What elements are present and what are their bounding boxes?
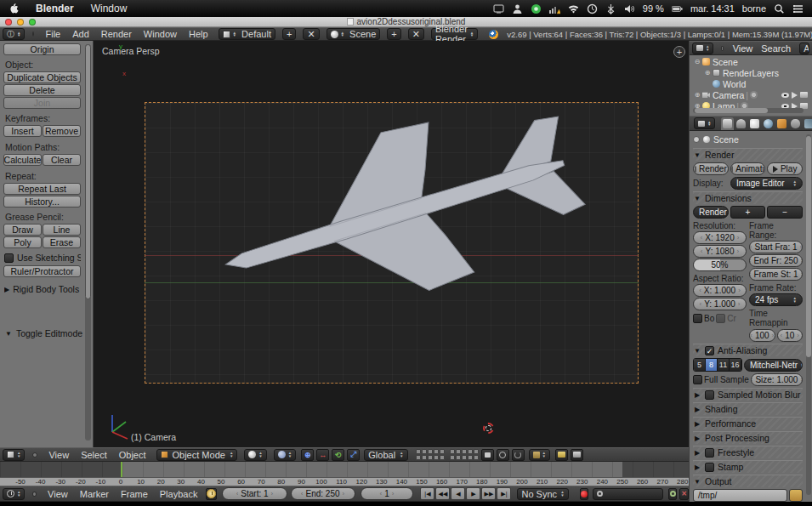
spotlight-icon[interactable] — [774, 3, 785, 14]
repeat-last-button[interactable]: Repeat Last — [3, 183, 81, 195]
insert-keyframe-button[interactable]: Insert — [3, 125, 42, 137]
window-toggle-icon[interactable] — [32, 492, 37, 497]
rigid-body-tools-panel[interactable]: Rigid Body Tools — [13, 284, 79, 294]
editor-type-info-dropdown[interactable]: ⓘ▲▼ — [3, 28, 25, 40]
menu-view[interactable]: View — [43, 450, 75, 460]
menu-view[interactable]: View — [42, 489, 74, 499]
render-engine-dropdown[interactable]: Blender Render▲▼ — [431, 28, 478, 40]
snap-element-dropdown[interactable]: ▲▼ — [529, 449, 550, 461]
viewport-shading-dropdown[interactable]: ▲▼ — [244, 449, 266, 461]
layer-cell[interactable] — [428, 455, 433, 460]
cursor-3d[interactable] — [483, 423, 494, 434]
window-toggle-icon[interactable] — [32, 31, 34, 37]
render-opengl-anim-button[interactable] — [571, 449, 583, 461]
menu-help[interactable]: Help — [183, 29, 214, 39]
aa-size-field[interactable]: ‹Size: 1.000› — [751, 373, 803, 386]
gp-poly-button[interactable]: Poly — [3, 236, 42, 248]
output-path-field[interactable]: /tmp/ — [693, 489, 787, 502]
object-tab[interactable] — [775, 117, 788, 130]
preset-add-button[interactable]: + — [730, 206, 766, 219]
panel-render[interactable]: ▼Render — [693, 148, 803, 161]
panel-stamp[interactable]: ▶✓Stamp — [693, 460, 803, 473]
layer-cell[interactable] — [434, 455, 439, 460]
visibility-toggle-icon[interactable] — [781, 93, 789, 98]
outliner-item-renderlayers[interactable]: ⊕RenderLayers — [691, 67, 810, 78]
menu-object[interactable]: Object — [113, 450, 152, 460]
border-checkbox[interactable]: ✓ — [693, 314, 702, 323]
aa-samples-16[interactable]: 16 — [730, 359, 741, 371]
bluetooth-icon[interactable] — [605, 3, 616, 14]
jump-to-start-button[interactable]: |◀ — [420, 487, 434, 500]
pin-icon[interactable] — [693, 136, 700, 143]
play-reverse-button[interactable]: ◀ — [451, 487, 465, 500]
window-titlebar[interactable]: avion2Ddessusoriginal.blend — [0, 17, 812, 27]
delete-button[interactable]: Delete — [3, 84, 81, 96]
end-frame-field[interactable]: ‹End: 250› — [291, 487, 355, 500]
expand-icon[interactable]: ⊕ — [693, 91, 701, 99]
resolution-percent-slider[interactable]: 50% — [693, 259, 747, 271]
screen-layout-dropdown[interactable]: ▲▼Default — [219, 28, 275, 40]
start-frame-field[interactable]: ‹Start Fra: 1› — [749, 241, 803, 253]
mode-dropdown[interactable]: Object Mode▲▼ — [156, 449, 238, 461]
modifiers-tab[interactable] — [803, 117, 812, 130]
jump-to-end-button[interactable]: ▶| — [497, 487, 511, 500]
panel-checkbox[interactable]: ✓ — [705, 390, 714, 400]
aspect-y-field[interactable]: ‹Y: 1.000› — [693, 298, 747, 310]
preview-range-button[interactable] — [206, 488, 217, 500]
app-badge-icon[interactable] — [531, 3, 542, 14]
prev-keyframe-button[interactable]: ◀◀ — [435, 487, 450, 500]
layer-cell[interactable] — [450, 455, 455, 460]
editor-type-outliner-dropdown[interactable]: ▲▼ — [692, 43, 713, 54]
menu-select[interactable]: Select — [75, 450, 113, 460]
lock-layers-button[interactable] — [481, 449, 494, 461]
outliner-filter-dropdown[interactable]: All Scenes — [799, 43, 809, 54]
remove-keyframe-button[interactable]: Remove — [43, 125, 81, 137]
scene-add-button[interactable]: + — [387, 28, 400, 40]
layer-cell[interactable] — [422, 455, 427, 460]
window-toggle-icon[interactable] — [32, 452, 37, 458]
expand-icon[interactable]: ⊕ — [703, 69, 712, 77]
resolution-y-field[interactable]: ‹Y: 1080› — [693, 245, 747, 258]
join-button[interactable]: Join — [3, 97, 81, 109]
panel-checkbox[interactable]: ✓ — [705, 448, 714, 458]
layout-delete-button[interactable]: ✕ — [303, 28, 319, 40]
clear-paths-button[interactable]: Clear — [43, 154, 81, 166]
browse-folder-button[interactable] — [789, 489, 803, 502]
crop-checkbox[interactable]: ✓ — [716, 314, 725, 323]
gp-line-button[interactable]: Line — [43, 224, 81, 236]
panel-anti-aliasing[interactable]: ▼✓Anti-Aliasing — [693, 344, 803, 356]
outliner-item-scene[interactable]: ⊖Scene — [691, 56, 810, 67]
aa-samples-8[interactable]: 8 — [706, 359, 718, 371]
panel-freestyle[interactable]: ▶✓Freestyle — [693, 446, 803, 458]
layer-cell[interactable] — [456, 455, 461, 460]
renderability-toggle-icon[interactable] — [800, 92, 808, 98]
scrollbar-thumb[interactable] — [695, 108, 768, 113]
outliner-item-world[interactable]: World — [691, 78, 810, 89]
use-sketching-checkbox[interactable]: ✓ — [4, 253, 14, 263]
next-keyframe-button[interactable]: ▶▶ — [481, 487, 496, 500]
anti-aliasing-checkbox[interactable]: ✓ — [705, 346, 714, 355]
layer-cell[interactable] — [440, 449, 445, 454]
panel-sampled-motion-blur[interactable]: ▶✓Sampled Motion Blur — [693, 388, 803, 401]
menu-blender[interactable]: Blender — [27, 0, 82, 17]
editor-type-properties-dropdown[interactable]: ▲▼ — [694, 117, 715, 129]
aa-filter-dropdown[interactable]: Mitchell-Netr▲▼ — [744, 359, 803, 372]
resolution-x-field[interactable]: ‹X: 1920› — [693, 231, 747, 244]
play-button[interactable]: Play — [767, 162, 803, 175]
layer-cell[interactable] — [462, 455, 467, 460]
window-toggle-icon[interactable] — [721, 46, 723, 51]
menu-playback[interactable]: Playback — [154, 489, 204, 499]
orientation-dropdown[interactable]: Global▲▼ — [364, 449, 407, 461]
battery-icon[interactable] — [672, 3, 683, 14]
gp-erase-button[interactable]: Erase — [43, 236, 81, 248]
layer-cell[interactable] — [468, 449, 473, 454]
screen-share-icon[interactable] — [493, 3, 504, 14]
delete-keyframe-button[interactable]: ✕ — [679, 488, 689, 500]
menu-marker[interactable]: Marker — [74, 489, 115, 499]
signal-warning-icon[interactable] — [549, 3, 560, 14]
render-button[interactable]: Render — [693, 162, 729, 175]
full-sample-checkbox[interactable]: ✓ — [693, 375, 702, 384]
scene-delete-button[interactable]: ✕ — [408, 28, 424, 40]
menu-window[interactable]: Window — [138, 29, 183, 39]
keying-set-field[interactable] — [593, 488, 663, 500]
